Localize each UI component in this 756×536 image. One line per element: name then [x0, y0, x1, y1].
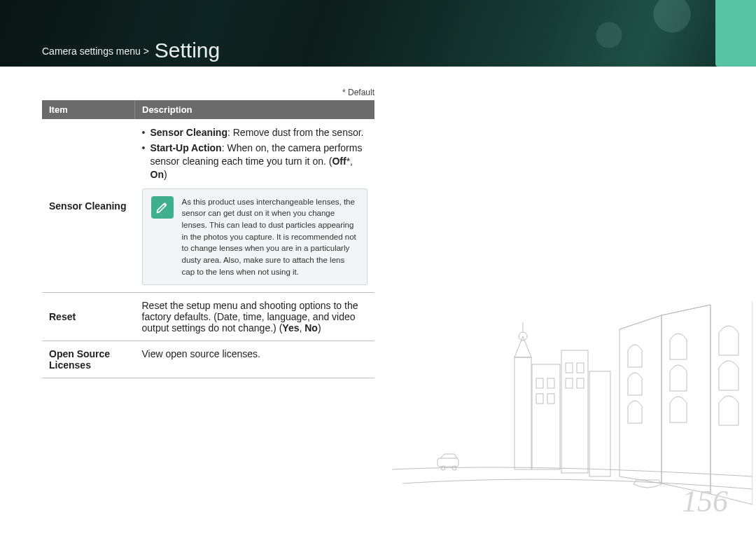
- desc-text: ): [318, 322, 321, 334]
- bullet-label: Sensor Cleaning: [150, 127, 227, 138]
- cityscape-illustration: [388, 301, 752, 511]
- row-item-oss: Open Source Licenses: [42, 341, 135, 378]
- table-row: Reset Reset the setup menu and shooting …: [42, 293, 374, 341]
- option-off: Off: [332, 156, 346, 167]
- row-desc-oss: View open source licenses.: [135, 341, 375, 378]
- option-yes: Yes: [282, 322, 299, 334]
- breadcrumb-current: Setting: [155, 39, 220, 62]
- side-tab: [715, 0, 756, 67]
- svg-rect-0: [438, 458, 458, 467]
- breadcrumb: Camera settings menu > Setting: [42, 39, 220, 62]
- desc-text: Reset the setup menu and shooting option…: [142, 300, 358, 334]
- manual-page: Camera settings menu > Setting * Default…: [0, 0, 756, 536]
- table-row: Sensor Cleaning Sensor Cleaning: Remove …: [42, 119, 374, 293]
- row-item-sensor-cleaning: Sensor Cleaning: [42, 119, 135, 293]
- col-header-item: Item: [42, 100, 135, 119]
- col-header-description: Description: [135, 100, 375, 119]
- svg-rect-12: [547, 394, 554, 404]
- svg-rect-9: [536, 378, 543, 388]
- svg-rect-7: [561, 350, 588, 473]
- bullet-text: ): [164, 169, 167, 180]
- option-on: On: [150, 169, 164, 180]
- bullet-text: *,: [346, 156, 353, 167]
- svg-rect-15: [566, 378, 573, 388]
- note-text: As this product uses interchangeable len…: [182, 196, 359, 278]
- svg-rect-16: [577, 378, 584, 388]
- svg-line-17: [620, 315, 662, 329]
- svg-rect-10: [547, 378, 554, 388]
- header-band: Camera settings menu > Setting: [0, 0, 756, 67]
- bullet-label: Start-Up Action: [150, 142, 222, 153]
- svg-rect-13: [566, 363, 573, 373]
- pen-icon: [151, 196, 174, 219]
- svg-rect-8: [589, 371, 610, 476]
- breadcrumb-parent: Camera settings menu >: [42, 46, 149, 57]
- svg-point-4: [519, 332, 527, 341]
- svg-point-2: [452, 466, 456, 470]
- svg-rect-6: [532, 364, 560, 469]
- default-legend: * Default: [42, 88, 374, 97]
- svg-rect-14: [577, 363, 584, 373]
- settings-table: Item Description Sensor Cleaning Sensor …: [42, 100, 374, 378]
- svg-rect-3: [514, 357, 531, 469]
- list-item: Sensor Cleaning: Remove dust from the se…: [142, 126, 368, 139]
- row-item-reset: Reset: [42, 293, 135, 341]
- svg-line-18: [662, 305, 710, 315]
- list-item: Start-Up Action: When on, the camera per…: [142, 142, 368, 181]
- table-row: Open Source Licenses View open source li…: [42, 341, 374, 378]
- row-desc-sensor-cleaning: Sensor Cleaning: Remove dust from the se…: [135, 119, 375, 293]
- svg-point-1: [441, 466, 445, 470]
- note-box: As this product uses interchangeable len…: [142, 188, 368, 286]
- content-area: * Default Item Description Sensor Cleani…: [42, 88, 374, 378]
- option-no: No: [304, 322, 318, 334]
- bullet-list: Sensor Cleaning: Remove dust from the se…: [142, 126, 368, 181]
- svg-rect-11: [536, 394, 543, 404]
- row-desc-reset: Reset the setup menu and shooting option…: [135, 293, 375, 341]
- page-number: 156: [682, 483, 728, 519]
- bullet-text: : Remove dust from the sensor.: [227, 127, 364, 138]
